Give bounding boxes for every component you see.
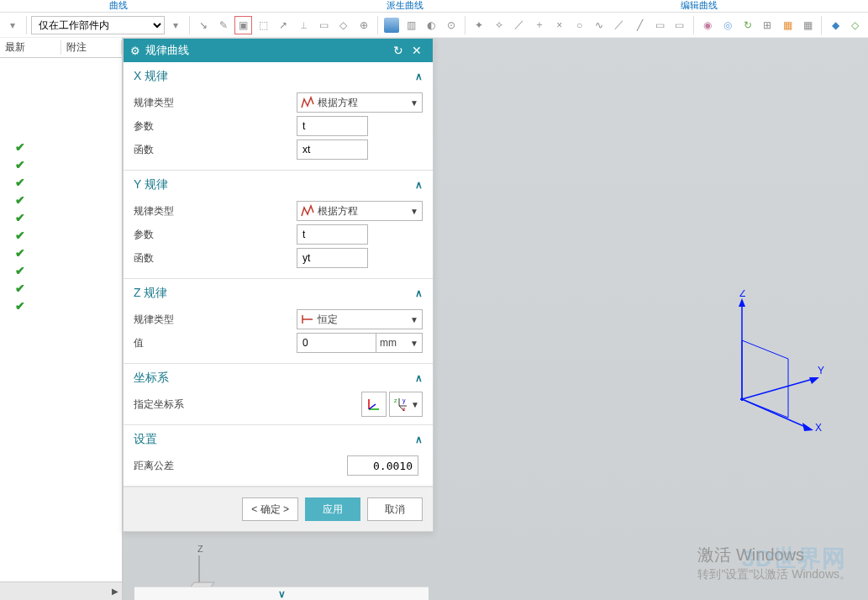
line-icon[interactable]: ＋ [530, 16, 549, 34]
col-notes[interactable]: 附注 [61, 40, 123, 55]
refresh-icon[interactable]: ↻ [739, 16, 757, 34]
tool-icon[interactable]: ↘ [194, 16, 213, 34]
part-nav-icon[interactable]: ▥ [402, 16, 421, 34]
line-icon[interactable]: ╱ [630, 16, 649, 34]
section-header[interactable]: 设置 ∧ [134, 432, 423, 447]
scroll-right-icon[interactable]: ▶ [112, 587, 118, 596]
tool-icon[interactable]: ⬚ [254, 16, 272, 34]
point-icon[interactable]: ✦ [470, 16, 488, 34]
label-param: 参数 [134, 119, 297, 134]
separator [377, 16, 378, 34]
tool-icon[interactable]: ⊙ [442, 16, 460, 34]
scope-select[interactable]: 仅在工作部件内 [31, 16, 165, 34]
collapse-icon[interactable]: ∧ [415, 287, 423, 299]
history-row[interactable]: ✔ [0, 226, 122, 244]
face-icon[interactable]: ◆ [826, 16, 844, 34]
line-icon[interactable]: ／ [510, 16, 529, 34]
face-icon[interactable]: ◇ [846, 16, 865, 34]
cancel-button[interactable]: 取消 [367, 497, 423, 521]
point-icon[interactable]: ✧ [490, 16, 508, 34]
history-row[interactable]: ✔ [0, 261, 122, 279]
tab-edit-curve[interactable]: 编辑曲线 [664, 0, 734, 12]
history-row[interactable]: ✔ [0, 208, 122, 226]
history-rows: ✔ ✔ ✔ ✔ ✔ ✔ ✔ ✔ ✔ ✔ [0, 58, 122, 582]
select-law-type-y[interactable]: 根据方程 ▼ [297, 201, 423, 221]
separator [693, 16, 694, 34]
tab-derived-curve[interactable]: 派生曲线 [370, 0, 440, 12]
section-csys: 坐标系 ∧ 指定坐标系 zyx ▼ [124, 364, 433, 425]
watermark-line: 激活 Windows [697, 543, 851, 566]
dialog-title: 规律曲线 [145, 43, 189, 58]
cube-icon[interactable] [382, 16, 401, 34]
toolbar: ▾ 仅在工作部件内 ▾ ↘ ✎ ▣ ⬚ ↗ ⟂ ▭ ◇ ⊕ ▥ ◐ ⊙ ✦ ✧ … [0, 13, 868, 38]
tab-curve[interactable]: 曲线 [92, 0, 145, 12]
input-param-x[interactable] [297, 116, 368, 136]
collapse-icon[interactable]: ∧ [415, 179, 423, 191]
history-row[interactable]: ✔ [0, 297, 122, 314]
history-row[interactable]: ✔ [0, 173, 122, 191]
svg-marker-20 [742, 340, 788, 418]
select-law-type-z[interactable]: 恒定 ▼ [297, 309, 423, 329]
input-param-y[interactable] [297, 224, 368, 245]
tool-icon[interactable]: ✎ [214, 16, 233, 34]
history-row[interactable]: ✔ [0, 191, 122, 208]
box-icon[interactable]: ▭ [650, 16, 669, 34]
apply-button[interactable]: 应用 [305, 497, 360, 521]
view-icon[interactable]: ⊞ [758, 16, 776, 34]
history-row[interactable]: ✔ [0, 279, 122, 297]
unit-select[interactable]: mm ▼ [376, 333, 423, 353]
history-row[interactable]: ✔ [0, 244, 122, 261]
tool-icon[interactable]: ◐ [422, 16, 440, 34]
check-icon: ✔ [15, 282, 25, 295]
render-icon[interactable]: ◎ [718, 16, 737, 34]
input-func-x[interactable] [297, 139, 368, 160]
tool-icon[interactable]: ⊕ [355, 16, 373, 34]
watermark-line: 转到"设置"以激活 Windows。 [697, 566, 851, 583]
dialog-titlebar[interactable]: ⚙ 规律曲线 ↻ ✕ [124, 39, 433, 62]
reset-icon[interactable]: ↻ [389, 44, 408, 57]
tool-icon[interactable]: ◇ [334, 16, 353, 34]
col-latest[interactable]: 最新 [0, 40, 61, 55]
curve-icon[interactable]: ∿ [590, 16, 608, 34]
tool-icon[interactable]: ⟂ [294, 16, 313, 34]
layer-icon[interactable]: ▦ [778, 16, 797, 34]
input-tolerance[interactable] [347, 455, 418, 476]
history-row[interactable]: ✔ [0, 138, 122, 155]
collapse-icon[interactable]: ∧ [415, 434, 423, 445]
section-header[interactable]: Y 规律 ∧ [134, 177, 423, 192]
dropdown-arrow-icon: ▼ [410, 339, 418, 348]
collapse-icon[interactable]: ∧ [415, 372, 423, 384]
law-equation-icon [301, 96, 314, 109]
dropdown-arrow-icon[interactable]: ▾ [166, 16, 185, 34]
tool-icon[interactable]: ↗ [274, 16, 292, 34]
value-number[interactable] [297, 333, 376, 353]
check-icon: ✔ [15, 158, 25, 171]
input-value-z[interactable]: mm ▼ [297, 333, 423, 353]
csys-dialog-button[interactable]: zyx ▼ [389, 392, 423, 417]
render-icon[interactable]: ◉ [698, 16, 717, 34]
input-func-y[interactable] [297, 248, 368, 268]
selection-filter-icon[interactable]: ▣ [234, 16, 253, 34]
circle-icon[interactable]: ○ [571, 16, 589, 34]
history-row[interactable]: ✔ [0, 155, 122, 173]
close-icon[interactable]: ✕ [408, 44, 426, 57]
section-x-rule: X 规律 ∧ 规律类型 根据方程 ▼ 参数 函数 [124, 62, 433, 171]
section-header[interactable]: Z 规律 ∧ [134, 286, 423, 301]
line-icon[interactable]: × [550, 16, 569, 34]
grid-icon[interactable]: ▦ [798, 16, 817, 34]
collapse-icon[interactable]: ∧ [415, 71, 423, 82]
section-header[interactable]: 坐标系 ∧ [134, 371, 423, 386]
select-law-type-x[interactable]: 根据方程 ▼ [297, 92, 423, 113]
line-icon[interactable]: ／ [610, 16, 629, 34]
csys-define-button[interactable] [361, 392, 387, 417]
section-settings: 设置 ∧ 距离公差 [124, 425, 433, 487]
panel-collapse-handle[interactable]: ∨ [134, 587, 429, 600]
section-header[interactable]: X 规律 ∧ [134, 69, 423, 84]
gear-icon[interactable]: ⚙ [130, 45, 140, 57]
label-value: 值 [134, 336, 297, 350]
dropdown-icon[interactable]: ▾ [3, 16, 22, 34]
select-value: 恒定 [318, 313, 410, 327]
tool-icon[interactable]: ▭ [314, 16, 333, 34]
box-icon[interactable]: ▭ [671, 16, 689, 34]
ok-button[interactable]: < 确定 > [242, 497, 298, 521]
